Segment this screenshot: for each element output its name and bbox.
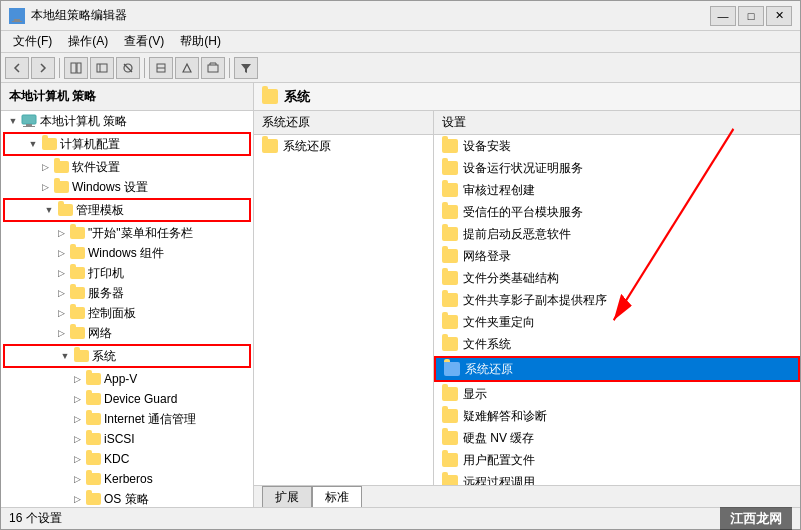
content-item-5[interactable]: 网络登录: [434, 245, 800, 267]
folder-icon-left: [262, 139, 278, 153]
tree-item-kerberos[interactable]: ▷ Kerberos: [1, 469, 253, 489]
content-item-2[interactable]: 审核过程创建: [434, 179, 800, 201]
svg-rect-0: [11, 11, 23, 19]
left-col-item-0[interactable]: 系统还原: [254, 135, 433, 157]
tree-item-os[interactable]: ▷ OS 策略: [1, 489, 253, 507]
folder-jsjpz: [41, 136, 57, 152]
content-item-15[interactable]: 远程过程调用: [434, 471, 800, 485]
folder-icon-3: [442, 205, 458, 219]
tree-item-winsz[interactable]: ▷ Windows 设置: [1, 177, 253, 197]
svg-rect-2: [12, 21, 22, 22]
btn4[interactable]: [149, 57, 173, 79]
expander-rjsz[interactable]: ▷: [37, 159, 53, 175]
expander-start[interactable]: ▷: [53, 225, 69, 241]
expander-xt[interactable]: ▼: [57, 348, 73, 364]
menu-file[interactable]: 文件(F): [5, 31, 60, 52]
expander-dg[interactable]: ▷: [69, 391, 85, 407]
tree-item-wl[interactable]: ▷ 网络: [1, 323, 253, 343]
expander-kzmb[interactable]: ▷: [53, 305, 69, 321]
back-button[interactable]: [5, 57, 29, 79]
tree-item-appv[interactable]: ▷ App-V: [1, 369, 253, 389]
content-item-6[interactable]: 文件分类基础结构: [434, 267, 800, 289]
tree-item-iscsi[interactable]: ▷ iSCSI: [1, 429, 253, 449]
right-panel-title: 系统: [284, 88, 310, 106]
tree-label-inet: Internet 通信管理: [104, 411, 196, 428]
watermark: 江西龙网: [720, 507, 792, 531]
expander-root[interactable]: ▼: [5, 113, 21, 129]
expander-glmb[interactable]: ▼: [41, 202, 57, 218]
expander-inet[interactable]: ▷: [69, 411, 85, 427]
tree-item-jsjpz[interactable]: ▼ 计算机配置: [5, 134, 249, 154]
content-item-12[interactable]: 疑难解答和诊断: [434, 405, 800, 427]
tab-standard[interactable]: 标准: [312, 486, 362, 508]
folder-icon-4: [442, 227, 458, 241]
right-left-column: 系统还原 系统还原: [254, 111, 434, 485]
right-panel-header: 系统: [254, 83, 800, 111]
menu-help[interactable]: 帮助(H): [172, 31, 229, 52]
content-item-14[interactable]: 用户配置文件: [434, 449, 800, 471]
expander-iscsi[interactable]: ▷: [69, 431, 85, 447]
expander-os[interactable]: ▷: [69, 491, 85, 507]
content-item-11[interactable]: 显示: [434, 383, 800, 405]
filter-button[interactable]: [234, 57, 258, 79]
folder-kzmb: [69, 305, 85, 321]
content-item-8[interactable]: 文件夹重定向: [434, 311, 800, 333]
expander-dyj[interactable]: ▷: [53, 265, 69, 281]
content-item-13[interactable]: 硬盘 NV 缓存: [434, 427, 800, 449]
app-icon: [9, 8, 25, 24]
expander-winsz[interactable]: ▷: [37, 179, 53, 195]
tree-item-dyj[interactable]: ▷ 打印机: [1, 263, 253, 283]
svg-rect-1: [14, 19, 20, 21]
folder-rjsz: [53, 159, 69, 175]
tree-item-dg[interactable]: ▷ Device Guard: [1, 389, 253, 409]
tree-item-kzmb[interactable]: ▷ 控制面板: [1, 303, 253, 323]
computer-icon: [21, 113, 37, 129]
forward-button[interactable]: [31, 57, 55, 79]
tree-label-kzmb: 控制面板: [88, 305, 136, 322]
tab-expand[interactable]: 扩展: [262, 486, 312, 508]
svg-rect-5: [97, 64, 107, 72]
btn6[interactable]: [201, 57, 225, 79]
show-hide-btn[interactable]: [64, 57, 88, 79]
content-label-8: 文件夹重定向: [463, 314, 535, 331]
tree-item-start[interactable]: ▷ "开始"菜单和任务栏: [1, 223, 253, 243]
maximize-button[interactable]: □: [738, 6, 764, 26]
btn5[interactable]: [175, 57, 199, 79]
btn3[interactable]: [116, 57, 140, 79]
tree-item-kdc[interactable]: ▷ KDC: [1, 449, 253, 469]
content-item-9[interactable]: 文件系统: [434, 333, 800, 355]
tree-label-xt: 系统: [92, 348, 116, 365]
expander-kerberos[interactable]: ▷: [69, 471, 85, 487]
tree-label-appv: App-V: [104, 372, 137, 386]
tree-item-xt[interactable]: ▼ 系统: [5, 346, 249, 366]
content-item-10[interactable]: 系统还原: [436, 358, 798, 380]
window-title: 本地组策略编辑器: [31, 7, 127, 24]
expander-jsjpz[interactable]: ▼: [25, 136, 41, 152]
content-item-7[interactable]: 文件共享影子副本提供程序: [434, 289, 800, 311]
menu-action[interactable]: 操作(A): [60, 31, 116, 52]
content-item-0[interactable]: 设备安装: [434, 135, 800, 157]
folder-icon-0: [442, 139, 458, 153]
tree-item-inet[interactable]: ▷ Internet 通信管理: [1, 409, 253, 429]
content-item-3[interactable]: 受信任的平台模块服务: [434, 201, 800, 223]
content-item-1[interactable]: 设备运行状况证明服务: [434, 157, 800, 179]
tree-item-rjsz[interactable]: ▷ 软件设置: [1, 157, 253, 177]
expander-kdc[interactable]: ▷: [69, 451, 85, 467]
expander-winzj[interactable]: ▷: [53, 245, 69, 261]
folder-icon-2: [442, 183, 458, 197]
tree-item-root[interactable]: ▼ 本地计算机 策略: [1, 111, 253, 131]
btn2[interactable]: [90, 57, 114, 79]
menu-view[interactable]: 查看(V): [116, 31, 172, 52]
expander-appv[interactable]: ▷: [69, 371, 85, 387]
close-button[interactable]: ✕: [766, 6, 792, 26]
tree-container[interactable]: ▼ 本地计算机 策略 ▼: [1, 111, 253, 507]
tree-item-fwq[interactable]: ▷ 服务器: [1, 283, 253, 303]
minimize-button[interactable]: —: [710, 6, 736, 26]
tree-item-glmb[interactable]: ▼ 管理模板: [5, 200, 249, 220]
expander-wl[interactable]: ▷: [53, 325, 69, 341]
tree-item-winzj[interactable]: ▷ Windows 组件: [1, 243, 253, 263]
expander-fwq[interactable]: ▷: [53, 285, 69, 301]
content-item-4[interactable]: 提前启动反恶意软件: [434, 223, 800, 245]
toolbar-separator-3: [229, 58, 230, 78]
folder-winsz: [53, 179, 69, 195]
